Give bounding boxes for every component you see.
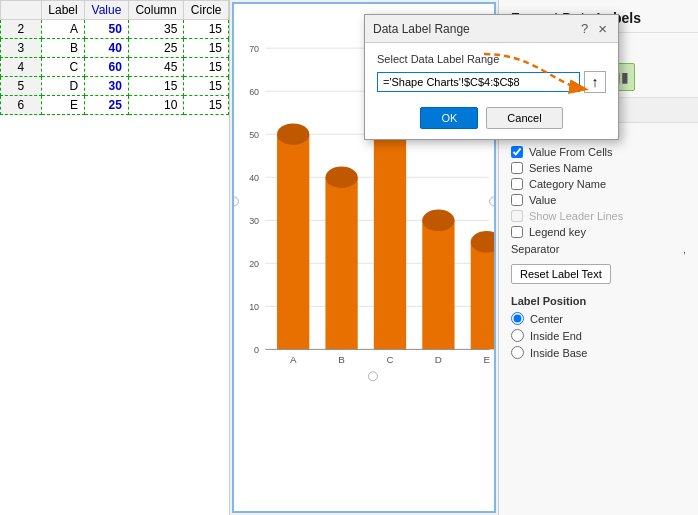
table-row: 4C604515 xyxy=(1,58,229,77)
radio-2[interactable] xyxy=(511,346,524,359)
radio-1[interactable] xyxy=(511,329,524,342)
svg-text:40: 40 xyxy=(249,173,259,183)
radio-row-0: Center xyxy=(499,310,698,327)
cell-circle[interactable]: 15 xyxy=(184,96,229,115)
cell-label[interactable]: E xyxy=(41,96,84,115)
cell-column[interactable]: 25 xyxy=(128,39,184,58)
radio-0[interactable] xyxy=(511,312,524,325)
checkbox-0[interactable] xyxy=(511,146,523,158)
cell-circle[interactable]: 15 xyxy=(184,77,229,96)
reset-label-text-button[interactable]: Reset Label Text xyxy=(511,264,611,284)
table-row: 6E251015 xyxy=(1,96,229,115)
spreadsheet-panel: Label Value Column Circle 2A5035153B4025… xyxy=(0,0,230,515)
checkbox-1[interactable] xyxy=(511,162,523,174)
dialog-close-icon[interactable]: × xyxy=(595,20,610,37)
row-number: 5 xyxy=(1,77,42,96)
checkbox-label-2: Category Name xyxy=(529,178,606,190)
checkbox-label-3: Value xyxy=(529,194,556,206)
cell-column[interactable]: 45 xyxy=(128,58,184,77)
svg-point-25 xyxy=(490,197,494,206)
cell-value[interactable]: 50 xyxy=(85,20,129,39)
checkbox-3[interactable] xyxy=(511,194,523,206)
cell-value[interactable]: 60 xyxy=(85,58,129,77)
svg-text:10: 10 xyxy=(249,302,259,312)
dialog-label: Select Data Label Range xyxy=(377,53,606,65)
row-header xyxy=(1,1,42,20)
col-header-column: Column xyxy=(128,1,184,20)
cell-label[interactable]: B xyxy=(41,39,84,58)
ok-button[interactable]: OK xyxy=(420,107,478,129)
checkbox-row-3: Value xyxy=(499,192,698,208)
svg-point-24 xyxy=(234,197,238,206)
cell-label[interactable]: D xyxy=(41,77,84,96)
bar-a xyxy=(277,134,309,349)
row-number: 2 xyxy=(1,20,42,39)
radio-container: CenterInside EndInside Base xyxy=(499,310,698,361)
range-input[interactable] xyxy=(377,72,580,92)
checkbox-label-1: Series Name xyxy=(529,162,593,174)
data-label-range-dialog: Data Label Range ? × Select Data Label R… xyxy=(364,14,619,140)
cell-label[interactable]: C xyxy=(41,58,84,77)
col-header-circle: Circle xyxy=(184,1,229,20)
data-table: Label Value Column Circle 2A5035153B4025… xyxy=(0,0,229,115)
checkbox-row-2: Category Name xyxy=(499,176,698,192)
svg-text:E: E xyxy=(484,354,491,365)
svg-text:30: 30 xyxy=(249,216,259,226)
table-row: 5D301515 xyxy=(1,77,229,96)
checkbox-5[interactable] xyxy=(511,226,523,238)
svg-text:0: 0 xyxy=(254,345,259,355)
cell-circle[interactable]: 15 xyxy=(184,39,229,58)
table-row: 3B402515 xyxy=(1,39,229,58)
bar-d xyxy=(422,220,454,349)
cell-value[interactable]: 25 xyxy=(85,96,129,115)
cell-value[interactable]: 40 xyxy=(85,39,129,58)
svg-text:D: D xyxy=(435,354,442,365)
dialog-title-icons: ? × xyxy=(578,20,610,37)
separator-value: , xyxy=(683,243,686,255)
bar-e xyxy=(471,242,494,350)
svg-point-23 xyxy=(368,372,377,381)
cell-column[interactable]: 15 xyxy=(128,77,184,96)
radio-label-0: Center xyxy=(530,313,563,325)
circle-b xyxy=(325,167,357,189)
checkbox-row-0: Value From Cells xyxy=(499,144,698,160)
table-row: 2A503515 xyxy=(1,20,229,39)
radio-label-1: Inside End xyxy=(530,330,582,342)
cell-value[interactable]: 30 xyxy=(85,77,129,96)
dialog-buttons: OK Cancel xyxy=(377,107,606,129)
svg-text:A: A xyxy=(290,354,297,365)
svg-text:50: 50 xyxy=(249,130,259,140)
label-position-title: Label Position xyxy=(499,290,698,310)
cell-column[interactable]: 35 xyxy=(128,20,184,39)
row-number: 4 xyxy=(1,58,42,77)
checkbox-row-5: Legend key xyxy=(499,224,698,240)
circle-a xyxy=(277,123,309,145)
checkboxes-container: Value From CellsSeries NameCategory Name… xyxy=(499,144,698,240)
col-header-label: Label xyxy=(41,1,84,20)
dialog-input-row: ↑ xyxy=(377,71,606,93)
cancel-button[interactable]: Cancel xyxy=(486,107,562,129)
svg-text:C: C xyxy=(386,354,393,365)
radio-label-2: Inside Base xyxy=(530,347,587,359)
checkbox-label-5: Legend key xyxy=(529,226,586,238)
checkbox-row-1: Series Name xyxy=(499,160,698,176)
cell-column[interactable]: 10 xyxy=(128,96,184,115)
cell-circle[interactable]: 15 xyxy=(184,20,229,39)
checkbox-2[interactable] xyxy=(511,178,523,190)
separator-label: Separator xyxy=(511,243,683,255)
dialog-title: Data Label Range xyxy=(373,22,470,36)
dialog-question-icon[interactable]: ? xyxy=(578,21,591,36)
svg-text:20: 20 xyxy=(249,259,259,269)
chart-panel: 70 60 50 40 30 20 10 0 xyxy=(232,2,496,513)
checkbox-4 xyxy=(511,210,523,222)
checkbox-label-0: Value From Cells xyxy=(529,146,613,158)
range-selector-button[interactable]: ↑ xyxy=(584,71,606,93)
row-number: 3 xyxy=(1,39,42,58)
cell-label[interactable]: A xyxy=(41,20,84,39)
cell-circle[interactable]: 15 xyxy=(184,58,229,77)
radio-row-2: Inside Base xyxy=(499,344,698,361)
svg-text:B: B xyxy=(338,354,345,365)
row-number: 6 xyxy=(1,96,42,115)
checkbox-label-4: Show Leader Lines xyxy=(529,210,623,222)
svg-text:70: 70 xyxy=(249,44,259,54)
